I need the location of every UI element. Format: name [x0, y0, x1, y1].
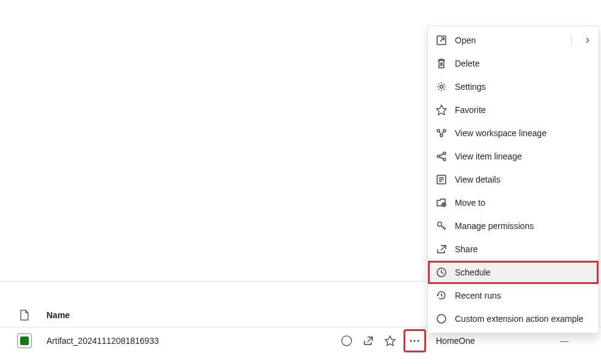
svg-point-1 [410, 340, 412, 342]
artifact-name[interactable]: Artifact_20241112081816933 [37, 336, 338, 346]
svg-point-16 [437, 315, 446, 323]
menu-share-label: Share [455, 244, 591, 254]
menu-item-lineage[interactable]: View item lineage [428, 145, 599, 168]
share-icon [435, 243, 448, 255]
menu-settings-label: Settings [455, 82, 591, 92]
menu-share[interactable]: Share [428, 238, 599, 261]
gear-icon [435, 81, 448, 93]
svg-point-10 [443, 152, 446, 155]
menu-permissions-label: Manage permissions [455, 221, 591, 231]
menu-move-to-label: Move to [455, 198, 591, 208]
artifact-icon [12, 333, 37, 348]
menu-view-details-label: View details [455, 175, 591, 184]
menu-schedule-label: Schedule [455, 268, 591, 277]
circle-icon [435, 313, 448, 325]
content-area: Name Typ Artifact_20241112081816933 [0, 0, 601, 364]
svg-point-0 [342, 336, 352, 346]
key-icon [435, 220, 448, 232]
menu-view-details[interactable]: View details [428, 168, 599, 191]
svg-point-6 [437, 129, 440, 132]
menu-workspace-lineage[interactable]: View workspace lineage [428, 122, 599, 145]
star-icon [435, 104, 448, 116]
svg-point-3 [418, 340, 419, 342]
menu-favorite-label: Favorite [455, 105, 591, 115]
row-end-value: — [540, 336, 589, 346]
menu-delete-label: Delete [455, 59, 591, 68]
menu-item-lineage-label: View item lineage [455, 151, 591, 161]
menu-delete[interactable]: Delete [428, 52, 599, 75]
history-icon [435, 289, 448, 302]
share-icon[interactable] [360, 331, 377, 351]
file-type-column-header [12, 310, 37, 321]
favorite-star-icon[interactable] [382, 331, 399, 351]
move-icon [435, 197, 448, 209]
menu-open[interactable]: Open [428, 29, 599, 52]
lineage-icon [435, 127, 448, 139]
svg-point-14 [438, 222, 442, 227]
menu-custom-action[interactable]: Custom extension action example [428, 307, 599, 330]
name-column-header[interactable]: Name [37, 310, 338, 320]
details-icon [435, 173, 448, 186]
delete-icon [435, 57, 448, 70]
svg-point-7 [443, 129, 446, 132]
row-actions [338, 329, 436, 352]
menu-move-to[interactable]: Move to [428, 191, 599, 214]
more-options-button[interactable] [404, 329, 426, 352]
menu-schedule[interactable]: Schedule [428, 261, 599, 284]
chevron-right-icon [584, 37, 591, 44]
menu-workspace-lineage-label: View workspace lineage [455, 128, 591, 138]
file-icon [20, 310, 29, 321]
menu-recent-runs-label: Recent runs [455, 291, 591, 300]
menu-custom-action-label: Custom extension action example [455, 314, 591, 324]
select-radio[interactable] [338, 331, 355, 351]
open-icon [435, 34, 448, 46]
menu-open-label: Open [455, 35, 584, 45]
svg-point-5 [440, 86, 443, 89]
svg-point-8 [440, 134, 443, 137]
menu-recent-runs[interactable]: Recent runs [428, 284, 599, 307]
clock-icon [435, 266, 448, 278]
svg-point-9 [437, 155, 440, 158]
svg-point-11 [443, 158, 446, 161]
menu-favorite[interactable]: Favorite [428, 98, 599, 122]
menu-settings[interactable]: Settings [428, 75, 599, 98]
svg-point-2 [414, 340, 416, 342]
item-lineage-icon [435, 150, 448, 162]
context-menu: Open Delete Settings [427, 26, 599, 333]
menu-permissions[interactable]: Manage permissions [428, 214, 599, 238]
artifact-type: HomeOne [436, 336, 540, 346]
